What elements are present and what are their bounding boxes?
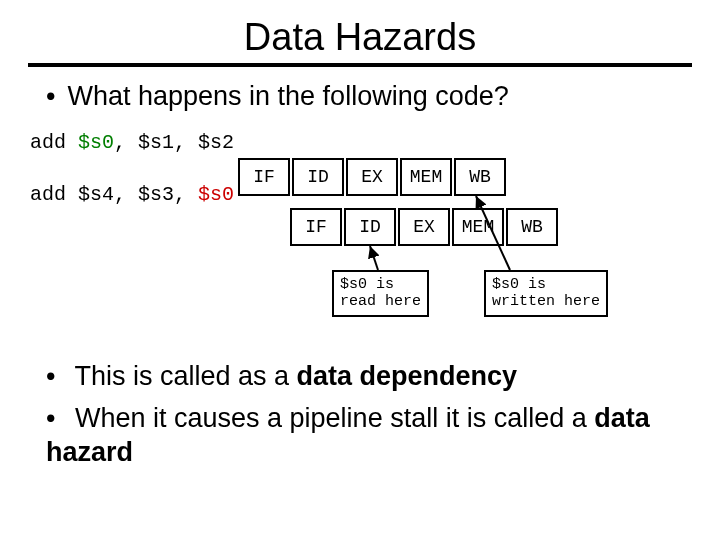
stage-mem: MEM (400, 158, 452, 196)
svg-line-0 (370, 246, 378, 270)
stage-if: IF (238, 158, 290, 196)
code-line-1: add $s0, $s1, $s2 (30, 130, 692, 156)
op: add (30, 131, 78, 154)
stage-wb: WB (506, 208, 558, 246)
stage-wb: WB (454, 158, 506, 196)
pipeline-row-2: IF ID EX MEM WB (290, 208, 560, 246)
stage-id: ID (292, 158, 344, 196)
reg-dest: $s0 (78, 131, 114, 154)
sep: , (114, 183, 138, 206)
annotation-write: $s0 is written here (484, 270, 608, 317)
reg-src: $s1 (138, 131, 174, 154)
question-bullet: What happens in the following code? (46, 81, 692, 112)
reg-hazard-src: $s0 (198, 183, 234, 206)
slide-title: Data Hazards (28, 16, 692, 59)
pipeline-row-1: IF ID EX MEM WB (238, 158, 508, 196)
sep: , (174, 183, 198, 206)
sep: , (114, 131, 138, 154)
sep: , (174, 131, 198, 154)
stage-if: IF (290, 208, 342, 246)
pipeline-diagram: IF ID EX MEM WB IF ID EX MEM WB $s0 is r… (238, 158, 698, 338)
bullet-hazard: When it causes a pipeline stall it is ca… (46, 402, 692, 470)
bullet-dependency: This is called as a data dependency (46, 360, 692, 394)
op: add (30, 183, 78, 206)
text: This is called as a (74, 361, 296, 391)
stage-ex: EX (398, 208, 450, 246)
stage-ex: EX (346, 158, 398, 196)
reg-src: $s3 (138, 183, 174, 206)
annotation-read: $s0 is read here (332, 270, 429, 317)
text: When it causes a pipeline stall it is ca… (75, 403, 594, 433)
term-data-dependency: data dependency (297, 361, 518, 391)
reg-src: $s2 (198, 131, 234, 154)
reg-dest: $s4 (78, 183, 114, 206)
stage-mem: MEM (452, 208, 504, 246)
title-rule (28, 63, 692, 67)
stage-id: ID (344, 208, 396, 246)
